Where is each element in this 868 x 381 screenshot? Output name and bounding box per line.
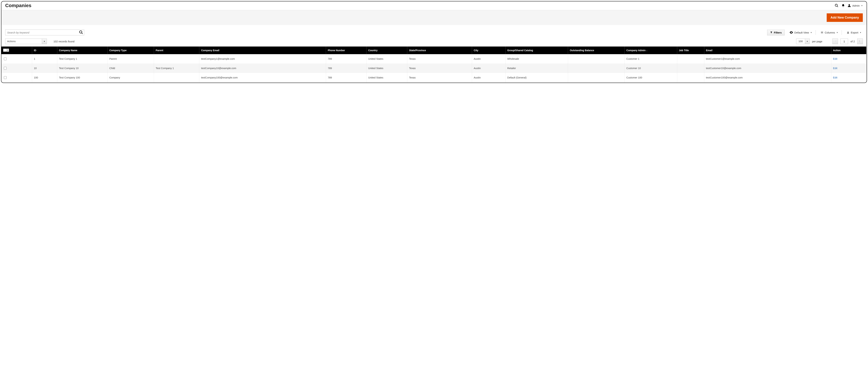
cell-city: Austin — [472, 54, 505, 64]
svg-point-0 — [835, 4, 837, 6]
actions-dropdown[interactable]: Actions ▼ — [5, 38, 47, 44]
page-number-input[interactable] — [840, 38, 848, 44]
export-menu[interactable]: Export ▼ — [844, 30, 863, 35]
page-of-text: of 2 — [850, 40, 855, 43]
cell-email: testCustomer1@example.com — [704, 54, 831, 64]
col-group[interactable]: Group/Shared Catalog — [505, 46, 568, 54]
user-name: Admin — [852, 4, 860, 7]
cell-parent: Test Company 1 — [154, 64, 199, 73]
chevron-down-icon: ▼ — [861, 5, 863, 7]
row-checkbox[interactable] — [4, 58, 7, 60]
col-company-type[interactable]: Company Type — [107, 46, 154, 54]
cell-city: Austin — [472, 64, 505, 73]
funnel-icon — [770, 31, 773, 34]
cell-group: Wholesale — [505, 54, 568, 64]
col-city[interactable]: City — [472, 46, 505, 54]
cell-admin: Customer 1 — [625, 54, 677, 64]
cell-phone: 789 — [326, 54, 366, 64]
chevron-left-icon: 〈 — [834, 39, 837, 43]
cell-company-email: testCompany10@example.com — [199, 64, 326, 73]
col-admin[interactable]: Company Admin↓ — [625, 46, 677, 54]
default-view-label: Default View — [795, 31, 809, 34]
cell-company-email: testCompany1@example.com — [199, 54, 326, 64]
col-phone[interactable]: Phone Number — [326, 46, 366, 54]
col-company-email[interactable]: Company Email — [199, 46, 326, 54]
chevron-down-icon: ▼ — [805, 39, 809, 44]
search-icon[interactable] — [833, 4, 840, 7]
per-page-value: 100 — [796, 39, 805, 44]
chevron-down-icon: ▼ — [810, 32, 812, 33]
col-balance[interactable]: Outstanding Balance — [568, 46, 625, 54]
cell-company-type: Parent — [107, 54, 154, 64]
next-page-button[interactable]: 〉 — [857, 38, 863, 44]
cell-id: 100 — [32, 73, 57, 82]
per-page-select[interactable]: 100 ▼ — [796, 38, 810, 44]
cell-company-email: testCompany100@example.com — [199, 73, 326, 82]
cell-parent — [154, 54, 199, 64]
cell-parent — [154, 73, 199, 82]
cell-email: testCustomer100@example.com — [704, 73, 831, 82]
cell-job — [677, 54, 704, 64]
edit-link[interactable]: Edit — [833, 58, 837, 60]
cell-email: testCustomer10@example.com — [704, 64, 831, 73]
cell-company-name: Test Company 1 — [57, 54, 107, 64]
svg-point-3 — [80, 31, 82, 33]
divider — [815, 30, 816, 35]
row-checkbox[interactable] — [4, 67, 7, 70]
cell-group: Default (General) — [505, 73, 568, 82]
cell-company-type: Company — [107, 73, 154, 82]
col-job[interactable]: Job Title — [677, 46, 704, 54]
chevron-down-icon: ▼ — [6, 49, 9, 52]
search-input[interactable] — [5, 30, 84, 35]
cell-admin: Customer 10 — [625, 64, 677, 73]
columns-menu[interactable]: Columns ▼ — [818, 30, 840, 35]
cell-balance — [568, 54, 625, 64]
companies-table: ▼ ID Company Name Company Type Parent Co… — [1, 46, 866, 82]
cell-job — [677, 73, 704, 82]
chevron-down-icon: ▼ — [836, 32, 838, 33]
columns-label: Columns — [825, 31, 835, 34]
svg-point-5 — [822, 32, 823, 33]
col-id[interactable]: ID — [32, 46, 57, 54]
gear-icon — [820, 31, 824, 34]
cell-admin: Customer 100 — [625, 73, 677, 82]
cell-company-name: Test Company 10 — [57, 64, 107, 73]
svg-line-1 — [837, 6, 838, 7]
col-parent[interactable]: Parent — [154, 46, 199, 54]
row-checkbox[interactable] — [4, 76, 7, 79]
add-company-button[interactable]: Add New Company — [827, 13, 863, 22]
user-menu[interactable]: Admin ▼ — [847, 4, 863, 7]
col-action: Action — [831, 46, 866, 54]
search-submit-icon[interactable] — [79, 30, 83, 35]
col-admin-label: Company Admin — [626, 49, 646, 52]
cell-company-name: Test Company 100 — [57, 73, 107, 82]
export-label: Export — [851, 31, 858, 34]
table-row: 100 Test Company 100 Company testCompany… — [1, 73, 866, 82]
select-all-checkbox[interactable]: ▼ — [3, 49, 9, 52]
edit-link[interactable]: Edit — [833, 67, 837, 70]
cell-company-type: Child — [107, 64, 154, 73]
col-company-name[interactable]: Company Name — [57, 46, 107, 54]
prev-page-button[interactable]: 〈 — [832, 38, 838, 44]
cell-state: Texas — [407, 73, 472, 82]
cell-phone: 789 — [326, 64, 366, 73]
cell-balance — [568, 73, 625, 82]
cell-state: Texas — [407, 64, 472, 73]
edit-link[interactable]: Edit — [833, 76, 837, 79]
col-state[interactable]: State/Province — [407, 46, 472, 54]
user-icon — [847, 4, 851, 7]
svg-point-2 — [848, 4, 850, 6]
export-icon — [847, 31, 849, 34]
cell-balance — [568, 64, 625, 73]
sort-desc-icon: ↓ — [646, 49, 647, 52]
default-view-menu[interactable]: Default View ▼ — [787, 30, 813, 35]
notifications-icon[interactable] — [840, 4, 846, 7]
col-email[interactable]: Email — [704, 46, 831, 54]
col-country[interactable]: Country — [367, 46, 407, 54]
table-row: 1 Test Company 1 Parent testCompany1@exa… — [1, 54, 866, 64]
cell-country: United States — [367, 64, 407, 73]
cell-group: Retailer — [505, 64, 568, 73]
chevron-down-icon: ▼ — [42, 39, 47, 44]
filters-button[interactable]: Filters — [767, 30, 785, 35]
actions-label: Actions — [5, 39, 42, 44]
